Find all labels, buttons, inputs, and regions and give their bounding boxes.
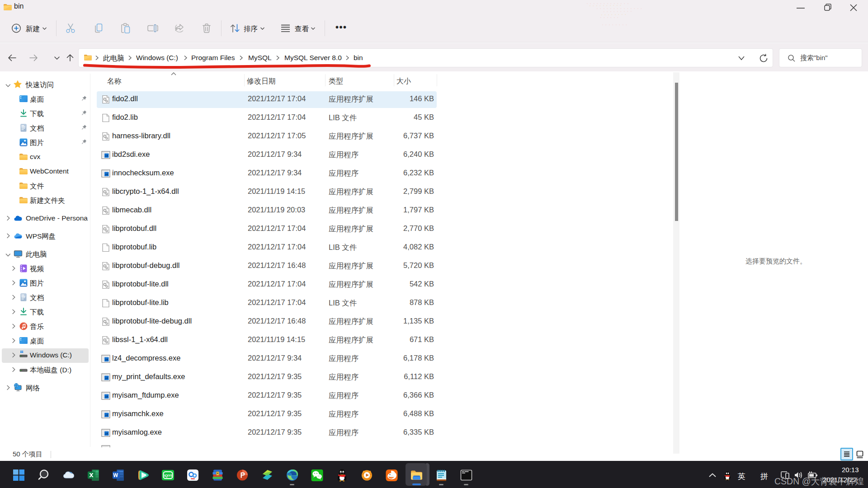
svg-text:iQIYI: iQIYI (164, 474, 172, 478)
